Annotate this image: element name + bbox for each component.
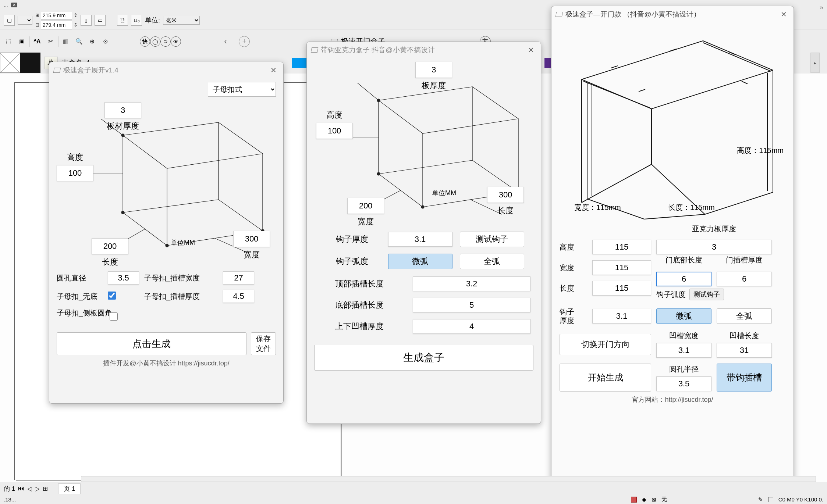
length-input[interactable] <box>92 238 128 254</box>
page-width-input[interactable] <box>41 11 72 20</box>
d3-full-arc-button[interactable]: 全弧 <box>717 308 772 324</box>
d3-length-input[interactable] <box>592 281 651 296</box>
door-len-input[interactable] <box>656 272 711 286</box>
d3-height-input[interactable] <box>592 240 651 254</box>
dialog1-titlebar[interactable]: 极速盒子展开v1.4 ✕ <box>49 62 283 78</box>
dialog1-footer: 插件开发@小黄不搞设计 https://jisucdr.top/ <box>57 355 276 373</box>
add-plugin-icon[interactable]: + <box>239 36 250 47</box>
close-icon[interactable]: ✕ <box>526 46 536 54</box>
landscape-icon[interactable]: ▭ <box>95 15 106 26</box>
dialog-hook-box: 带钩亚克力盒子 抖音@小黄不搞设计 ✕ <box>306 42 541 424</box>
swatch-scroll-right-icon[interactable]: ▸ <box>810 53 820 73</box>
close-icon[interactable]: ✕ <box>778 10 789 19</box>
page-layout-icon[interactable]: ⊔₀ <box>131 15 142 26</box>
outline-swatch[interactable] <box>768 497 773 502</box>
d3-hook-thick-input[interactable] <box>592 309 651 324</box>
no-fill-icon[interactable]: ⊠ <box>652 496 656 503</box>
style-select[interactable]: 子母扣式 <box>208 82 276 97</box>
d2-unit-mm: 单位MM <box>432 189 456 197</box>
close-tab-icon[interactable]: ✕ <box>11 3 17 7</box>
groove-w-input[interactable] <box>656 343 711 358</box>
slot-width-input[interactable] <box>223 271 254 285</box>
acrylic-input[interactable] <box>656 240 772 254</box>
page-tab[interactable]: 页 1 <box>58 483 81 494</box>
zoom-icon[interactable]: 🔍 <box>73 36 85 47</box>
save-button[interactable]: 保存 文件 <box>251 332 276 355</box>
preset-dropdown[interactable] <box>18 16 32 25</box>
test-hook-button[interactable]: 测试钩子 <box>460 232 524 247</box>
no-fill-swatch[interactable] <box>0 53 20 73</box>
magnify-icon[interactable]: ⊕ <box>86 36 98 47</box>
fit-icon[interactable]: ⊙ <box>100 36 111 47</box>
next-page-icon[interactable]: ▷ <box>35 485 40 493</box>
unit-select[interactable]: 毫米 <box>163 16 200 25</box>
status-bar: .13... ◆ ⊠ 无 ✎ C0 M0 Y0 K100 0. <box>0 495 827 504</box>
prev-page-icon[interactable]: ◁ <box>27 485 32 493</box>
crop-icon[interactable]: ✂ <box>45 36 56 47</box>
spinner-icon[interactable]: ⇕ <box>74 12 78 18</box>
quick-icon[interactable]: 快 <box>140 36 150 47</box>
hole-r-input[interactable] <box>656 376 711 391</box>
dialog2-titlebar[interactable]: 带钩亚克力盒子 抖音@小黄不搞设计 ✕ <box>307 42 541 58</box>
fill-tool-icon[interactable]: ◆ <box>642 496 646 503</box>
chevron-right-icon[interactable]: » <box>820 4 823 11</box>
swatch-blue[interactable] <box>292 58 307 68</box>
unit-label: 单位: <box>145 16 160 25</box>
micro-arc-button[interactable]: 微弧 <box>388 254 452 269</box>
groove-l-input[interactable] <box>717 343 772 358</box>
slot-thick-input[interactable] <box>223 290 254 303</box>
dialog3-titlebar[interactable]: 极速盒子—开门款 （抖音@小黄不搞设计） ✕ <box>551 6 794 22</box>
hook-thick-input[interactable] <box>388 232 452 247</box>
copy-pages-icon[interactable]: ⿻ <box>117 15 128 26</box>
top-slot-input[interactable] <box>413 276 530 291</box>
prev-tab-icon[interactable]: ‹ <box>218 37 233 46</box>
box-icon <box>556 12 563 17</box>
generate-box-button[interactable]: 生成盒子 <box>314 345 533 371</box>
black-swatch[interactable] <box>20 53 40 73</box>
box-tool-icon[interactable]: ▢ <box>4 15 15 26</box>
pen-icon[interactable]: ✎ <box>758 496 763 503</box>
circle-icon-2[interactable]: ⊃ <box>160 36 171 47</box>
width-input[interactable] <box>233 231 270 247</box>
page-icon[interactable]: ▥ <box>60 36 72 47</box>
d2-thickness-input[interactable] <box>415 62 452 78</box>
bottom-slot-input[interactable] <box>413 298 530 312</box>
d3-height-label: 高度 <box>560 242 587 252</box>
group-icon[interactable]: ▣ <box>16 36 28 47</box>
d2-thickness-group: 板厚度 <box>415 62 452 91</box>
eye-icon[interactable]: 👁 <box>171 36 181 47</box>
switch-door-button[interactable]: 切换开门方向 <box>560 334 651 355</box>
groove-thick-input[interactable] <box>413 319 530 334</box>
hole-diam-input[interactable] <box>108 271 139 285</box>
d3-width-input[interactable] <box>592 260 651 275</box>
d3-micro-arc-button[interactable]: 微弧 <box>656 308 711 324</box>
side-radius-checkbox[interactable] <box>110 312 118 321</box>
add-page-icon[interactable]: ⊞ <box>43 485 48 493</box>
generate-button[interactable]: 点击生成 <box>57 332 246 355</box>
h-scrollbar[interactable] <box>81 476 816 482</box>
footer-link[interactable]: http://jisucdr.top/ <box>665 396 713 403</box>
dialog1-title: 极速盒子展开v1.4 <box>63 65 265 75</box>
d2-width-input[interactable] <box>347 198 384 214</box>
d2-length-input[interactable] <box>487 187 524 203</box>
first-page-icon[interactable]: ⏮ <box>18 485 24 492</box>
svg-point-6 <box>421 205 424 208</box>
spinner-icon[interactable]: ⇕ <box>74 22 78 28</box>
full-arc-button[interactable]: 全弧 <box>460 254 524 269</box>
portrait-icon[interactable]: ▯ <box>81 15 92 26</box>
thickness-input[interactable] <box>104 102 141 118</box>
door-slot-input[interactable] <box>717 272 772 286</box>
text-tool-icon[interactable]: ᴬA <box>32 36 43 47</box>
start-generate-button[interactable]: 开始生成 <box>560 364 651 392</box>
height-input[interactable] <box>57 165 93 181</box>
page-height-input[interactable] <box>41 21 72 29</box>
d2-height-input[interactable] <box>316 123 353 139</box>
d3-test-hook-button[interactable]: 测试钩子 <box>689 289 724 300</box>
record-icon[interactable] <box>631 497 637 503</box>
circle-icon-1[interactable]: ◯ <box>150 36 160 47</box>
close-icon[interactable]: ✕ <box>268 66 279 75</box>
select-icon[interactable]: ⬚ <box>3 36 14 47</box>
hook-slot-button[interactable]: 带钩插槽 <box>717 364 772 392</box>
no-bottom-checkbox[interactable] <box>108 292 116 300</box>
doc-tab[interactable]: ... ✕ <box>4 2 17 8</box>
